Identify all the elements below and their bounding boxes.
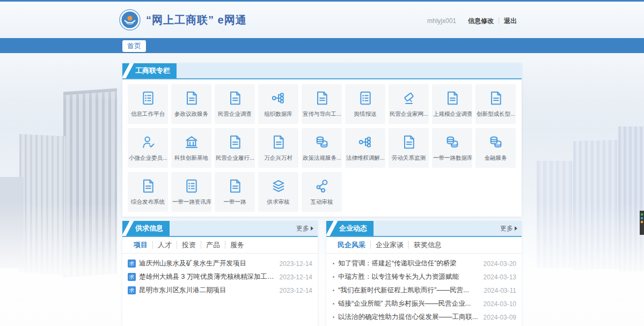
doc-icon (226, 90, 244, 107)
doc-icon (444, 90, 461, 107)
app-item[interactable]: 民营企业家网... (389, 84, 429, 124)
tab-product[interactable]: 产品 (201, 241, 225, 249)
list-item[interactable]: “我们在新时代新征程上凯歌而行”——民营...2024-03-11 (332, 284, 516, 297)
app-item-label: 民营企业履行... (215, 154, 255, 162)
news-tabs: 民企风采企业家谈获奖信息 (326, 237, 522, 254)
tab-entrepreneur-talks[interactable]: 企业家谈 (370, 241, 408, 249)
app-item[interactable]: 法律维权调解... (345, 128, 385, 168)
app-item-label: 劳动关系监测 (389, 154, 429, 162)
doc-icon (400, 134, 418, 151)
item-date: 2024-03-13 (484, 273, 516, 281)
app-item[interactable]: 宣传与导向工... (302, 84, 342, 124)
demand-badge: 求 (128, 273, 136, 281)
tab-project[interactable]: 项目 (129, 241, 152, 249)
orgchart-icon (357, 134, 374, 151)
list-item[interactable]: 求楚雄州大姚县 3 万吨优质薄壳核桃精深加工及科...2023-12-14 (128, 270, 312, 284)
item-date: 2024-03-11 (484, 287, 517, 294)
tab-award-info[interactable]: 获奖信息 (408, 241, 447, 249)
home-nav-button[interactable]: 首页 (122, 40, 146, 52)
app-item[interactable]: 小微企业委员... (128, 128, 168, 168)
app-item-label: 一带一路 (215, 198, 255, 206)
logout-link[interactable]: 退出 (499, 17, 522, 25)
app-item[interactable]: 科技创新基地 (171, 128, 211, 168)
app-item[interactable]: 政策法规服务... (302, 128, 342, 168)
tab-investment[interactable]: 投资 (177, 241, 201, 249)
app-item-label: 上规模企业调查 (432, 110, 472, 118)
panel-title: 企业动态 (326, 221, 374, 236)
person-check-icon (140, 134, 157, 151)
app-item[interactable]: 民营企业调查 (215, 84, 255, 124)
database-icon (487, 134, 504, 151)
nav-bar: 首页 (0, 38, 644, 53)
app-item[interactable]: 综合发布系统 (128, 172, 168, 212)
app-item[interactable]: 一带一路数据库 (432, 128, 472, 168)
app-item-label: 科技创新基地 (171, 154, 211, 162)
layers-icon (270, 177, 287, 195)
app-item[interactable]: 舆情报送 (345, 84, 385, 124)
panel-title: 工商联专栏 (122, 63, 177, 78)
bullet-icon (333, 276, 334, 278)
app-item[interactable]: 创新型成长型... (475, 84, 516, 124)
app-item[interactable]: 金融服务 (475, 128, 516, 168)
username: mhlyjx001 (427, 17, 456, 25)
app-item[interactable]: 民营企业履行... (215, 128, 255, 168)
item-title: 楚雄州大姚县 3 万吨优质薄壳核桃精深加工及科... (139, 272, 275, 281)
tab-service[interactable]: 服务 (225, 241, 249, 249)
list-item[interactable]: 求迪庆州山泉水及矿泉水生产开发项目2023-12-14 (128, 257, 312, 270)
app-item[interactable]: 劳动关系监测 (389, 128, 429, 168)
doc-icon (313, 90, 331, 107)
panel-header: 工商联专栏 (122, 63, 522, 79)
app-grid: 信息工作平台 参政议政服务 民营企业调查 组织数据库 宣传与导向工... 舆情报… (122, 79, 522, 217)
list-doc-icon (140, 90, 157, 107)
app-item[interactable]: 万企兴万村 (258, 128, 298, 168)
bullet-icon (333, 290, 334, 291)
app-item[interactable]: 参政议政服务 (171, 84, 211, 124)
app-item[interactable]: 信息工作平台 (128, 84, 168, 124)
list-item[interactable]: 中瑞方胜：以专注铸专长为人力资源赋能2024-03-13 (332, 270, 516, 284)
database-icon (313, 134, 331, 151)
item-date: 2024-03-10 (484, 300, 516, 308)
app-item-label: 万企兴万村 (258, 154, 298, 162)
list-item[interactable]: 以法治的确定性助力提信心促发展——工商联...2024-03-09 (332, 310, 516, 324)
site-title: “网上工商联” e网通 (146, 13, 247, 27)
app-item-label: 小微企业委员... (128, 154, 168, 162)
divider (458, 17, 463, 25)
app-item[interactable]: 供求审核 (258, 172, 298, 212)
demand-badge: 求 (128, 286, 136, 294)
edge-widget[interactable] (640, 211, 644, 235)
gavel-icon (400, 90, 418, 107)
tab-private-enterprise[interactable]: 民企风采 (333, 241, 370, 249)
news-list: 知了背调：搭建起“传递职业信任”的桥梁2024-03-20 中瑞方胜：以专注铸专… (326, 254, 522, 324)
supply-more-link[interactable]: 更多 (296, 221, 313, 236)
app-item[interactable]: 上规模企业调查 (432, 84, 472, 124)
app-item-label: 法律维权调解... (345, 154, 385, 162)
app-item-label: 政策法规服务... (302, 154, 342, 162)
list-item[interactable]: 知了背调：搭建起“传递职业信任”的桥梁2024-03-20 (332, 257, 516, 270)
app-item[interactable]: 一带一路 (215, 172, 255, 212)
bullet-icon (333, 316, 334, 318)
app-item-label: 互动审核 (302, 198, 342, 206)
app-item-label: 民营企业家网... (389, 110, 429, 118)
tab-talent[interactable]: 人才 (152, 241, 177, 249)
edge-widget-dot (641, 221, 643, 223)
list-doc-icon (183, 177, 200, 195)
list-item[interactable]: 求昆明市东川区东川港二期项目2023-12-14 (128, 284, 312, 297)
enterprise-news-panel: 企业动态 更多 民企风采企业家谈获奖信息 知了背调：搭建起“传递职业信任”的桥梁… (326, 221, 522, 326)
list-item[interactable]: 链接“企业所能” 共助乡村振兴——民营企业...2024-03-10 (332, 297, 516, 310)
more-arrow-icon (515, 226, 517, 231)
site-logo-icon (119, 9, 141, 31)
app-item[interactable]: 组织数据库 (258, 84, 298, 124)
doc-icon (270, 134, 287, 151)
more-arrow-icon (311, 226, 313, 231)
doc-icon (183, 90, 200, 107)
modify-info-link[interactable]: 信息修改 (463, 17, 499, 25)
news-more-link[interactable]: 更多 (500, 221, 517, 236)
app-item-label: 信息工作平台 (128, 110, 168, 118)
app-item[interactable]: 一带一路资讯库 (171, 172, 211, 212)
item-title: 中瑞方胜：以专注铸专长为人力资源赋能 (338, 272, 479, 281)
share-icon (313, 177, 331, 195)
item-title: 链接“企业所能” 共助乡村振兴——民营企业... (338, 299, 479, 308)
doc-icon (226, 134, 244, 151)
doc-icon (487, 90, 504, 107)
app-item[interactable]: 互动审核 (302, 172, 342, 212)
